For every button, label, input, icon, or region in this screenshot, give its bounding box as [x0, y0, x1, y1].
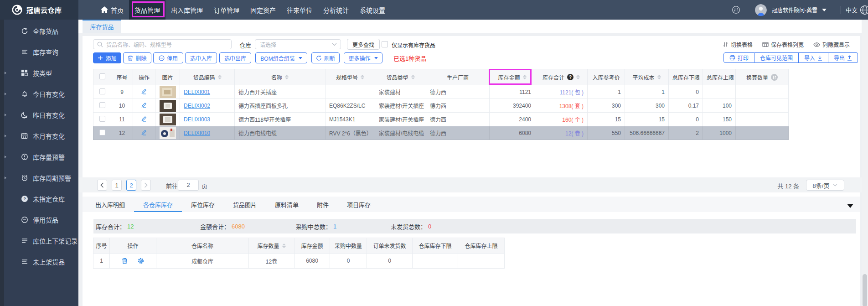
- export-button[interactable]: 导出: [828, 52, 858, 63]
- user-avatar[interactable]: [755, 4, 767, 16]
- globe-icon[interactable]: [860, 5, 868, 15]
- save-column-width-button[interactable]: 保存表格列宽: [762, 41, 804, 48]
- tab-attachments[interactable]: 附件: [308, 197, 338, 212]
- product-image[interactable]: [160, 114, 176, 125]
- page-size-select[interactable]: 8条/页: [806, 180, 844, 191]
- page-2-button[interactable]: 2: [126, 180, 136, 191]
- search-input[interactable]: 货品名称、编码、规格型号: [93, 39, 232, 49]
- tab-inout-details[interactable]: 出入库明细: [86, 197, 134, 212]
- edit-icon[interactable]: [141, 129, 147, 135]
- language-switch[interactable]: 中文: [846, 5, 858, 14]
- col-header-stock-amount[interactable]: 库存金额: [490, 69, 535, 85]
- refresh-button[interactable]: 刷新: [311, 52, 340, 63]
- goods-code-link[interactable]: DELIXI010: [184, 130, 210, 136]
- col-header-actions[interactable]: 操作: [110, 238, 156, 254]
- select-all-checkbox[interactable]: [99, 73, 105, 79]
- gear-icon[interactable]: [138, 258, 144, 264]
- tab-project-stock[interactable]: 项目库存: [338, 197, 380, 212]
- col-header-vendor[interactable]: 生产厂商: [426, 69, 490, 85]
- col-header-purchasing-qty[interactable]: 采购中数量: [330, 238, 367, 254]
- goods-code-link[interactable]: DELIXI001: [184, 89, 210, 95]
- sidebar-item-unshelved-goods[interactable]: 未上架货品: [0, 251, 78, 272]
- col-header-actions[interactable]: 操作: [133, 69, 155, 85]
- expand-arrow-icon[interactable]: [5, 114, 6, 116]
- collapse-panel-icon[interactable]: [847, 204, 853, 208]
- col-header-name[interactable]: 名称: [235, 69, 326, 85]
- sidebar-item-changed-today[interactable]: 今日有变化: [0, 83, 78, 104]
- col-header-code[interactable]: 货品编码: [180, 69, 235, 85]
- row-checkbox[interactable]: [99, 130, 105, 135]
- goods-code-link[interactable]: DELIXI002: [184, 103, 210, 109]
- nav-item-goods-management[interactable]: 货品管理: [129, 0, 165, 20]
- edit-icon[interactable]: [141, 115, 147, 122]
- col-header-spec[interactable]: 规格型号: [326, 69, 375, 85]
- delete-button[interactable]: 删除: [123, 52, 151, 63]
- expand-arrow-icon[interactable]: [5, 176, 6, 179]
- sidebar-item-stock-query[interactable]: 库存查询: [0, 41, 78, 62]
- only-stock-checkbox[interactable]: [382, 41, 388, 47]
- more-actions-button[interactable]: 更多操作: [344, 52, 382, 63]
- col-header-type[interactable]: 货品类型: [375, 69, 426, 85]
- col-header-conversion[interactable]: 换算数量: [736, 69, 789, 85]
- add-button[interactable]: 添加: [93, 52, 121, 63]
- goods-code-link[interactable]: DELIXI003: [184, 116, 210, 123]
- goods-row-10[interactable]: 10 DELIXI002 德力西插座面板多孔 EQ86K2ZS/LC 家装建材\…: [93, 99, 789, 113]
- data-transfer-icon[interactable]: [732, 6, 740, 14]
- scrollbar-thumb[interactable]: [863, 274, 867, 306]
- col-header-seq[interactable]: 序号: [111, 69, 133, 85]
- warehouse-visibility-button[interactable]: 仓库可见范围: [754, 52, 799, 63]
- bom-assembly-button[interactable]: BOM组合组装: [255, 52, 307, 63]
- col-header-stock-low[interactable]: 总库存下限: [669, 69, 703, 85]
- goto-page-input[interactable]: 2: [178, 180, 199, 191]
- page-1-button[interactable]: 1: [112, 180, 122, 191]
- expand-arrow-icon[interactable]: [5, 72, 6, 74]
- sidebar-item-cycle-alert[interactable]: 库存周期预警: [0, 167, 78, 188]
- warehouse-select[interactable]: 请选择: [255, 39, 341, 49]
- nav-item-fixed-assets[interactable]: 固定资产: [245, 0, 281, 20]
- expand-arrow-icon[interactable]: [5, 93, 6, 95]
- col-header-warehouse-high[interactable]: 仓库库存上限: [458, 238, 505, 254]
- col-header-stock-high[interactable]: 总库存上限: [703, 69, 736, 85]
- product-image[interactable]: [160, 127, 176, 139]
- col-header-warehouse-low[interactable]: 仓库库存下限: [413, 238, 458, 254]
- sidebar-item-shelf-records[interactable]: 库位上下架记录: [0, 230, 78, 251]
- nav-item-order-management[interactable]: 订单管理: [208, 0, 245, 20]
- selected-outbound-button[interactable]: 选中出库: [219, 52, 251, 63]
- tab-stock-goods[interactable]: 库存货品: [83, 20, 121, 33]
- expand-arrow-icon[interactable]: [5, 135, 6, 137]
- more-search-button[interactable]: 更多查找: [347, 39, 380, 50]
- col-header-stock-qty[interactable]: 库存数量: [249, 238, 294, 254]
- import-button[interactable]: 导入: [799, 52, 828, 63]
- sidebar-item-disabled-goods[interactable]: 停用货品: [0, 209, 78, 230]
- prev-page-button[interactable]: [97, 180, 107, 191]
- col-header-image[interactable]: 图片: [155, 69, 180, 85]
- vertical-scrollbar[interactable]: [862, 20, 868, 306]
- next-page-button[interactable]: [141, 180, 151, 191]
- product-image[interactable]: [160, 86, 176, 98]
- tab-goods-images[interactable]: 货品图片: [224, 197, 266, 212]
- nav-item-outbound-management[interactable]: 出入库管理: [165, 0, 208, 20]
- tab-bin-stock[interactable]: 库位库存: [182, 197, 224, 212]
- tab-material-list[interactable]: 原料清单: [266, 197, 308, 212]
- nav-item-system-settings[interactable]: 系统设置: [354, 0, 391, 20]
- sidebar-item-unassigned-warehouse[interactable]: ? 未指定仓库: [0, 188, 78, 209]
- product-image[interactable]: [160, 100, 176, 112]
- selected-inbound-button[interactable]: 选中入库: [185, 52, 217, 63]
- col-header-ref-price[interactable]: 入库参考价: [588, 69, 625, 85]
- goods-row-12-selected[interactable]: 12 DELIXI010 德力西电线电缆 RVV 2*6（黑色） 家装建材\电线…: [93, 126, 789, 140]
- col-header-order-unshipped[interactable]: 订单未发货数: [367, 238, 413, 254]
- switch-table-button[interactable]: 切换表格: [723, 41, 753, 48]
- col-header-avg-cost[interactable]: 平均成本: [625, 69, 669, 85]
- goods-row-9[interactable]: 9 DELIXI001 德力西开关插座 家装建材 德力西 1121 1121( …: [93, 85, 789, 99]
- row-checkbox[interactable]: [99, 102, 105, 108]
- col-header-warehouse-name[interactable]: 仓库名称: [156, 238, 249, 254]
- sidebar-item-all-goods[interactable]: 全部货品: [0, 21, 78, 41]
- sidebar-item-changed-yesterday[interactable]: 昨日有变化: [0, 104, 78, 125]
- trash-icon[interactable]: [122, 258, 128, 264]
- sidebar-item-by-type[interactable]: 按类型: [0, 62, 78, 83]
- goods-row-11[interactable]: 11 DELIXI003 德力西118型开关插座 MJ1543K1 家装建材\开…: [93, 113, 789, 126]
- sidebar-item-stock-alert[interactable]: 库存量预警: [0, 146, 78, 167]
- nav-item-home[interactable]: 首页: [95, 0, 129, 20]
- print-button[interactable]: 打印: [723, 52, 754, 63]
- row-checkbox[interactable]: [99, 116, 105, 122]
